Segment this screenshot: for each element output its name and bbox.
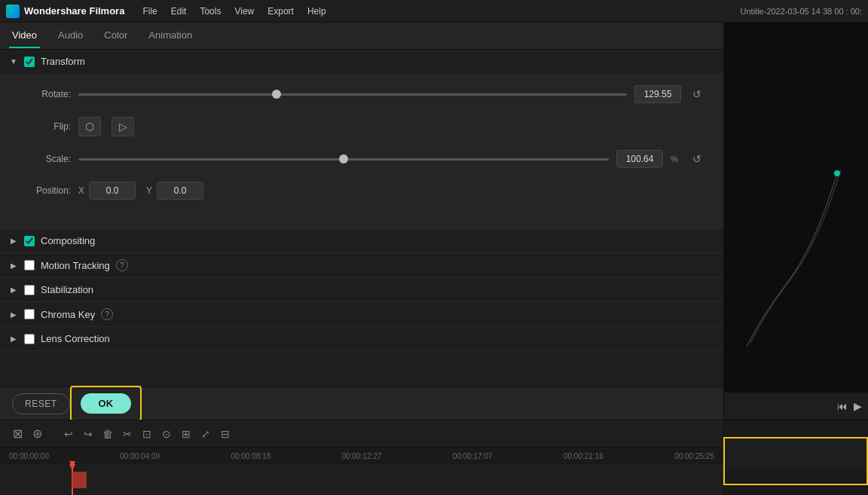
section-stabilization-header[interactable]: Stabilization [0, 278, 723, 301]
lens-correction-checkbox[interactable] [24, 334, 35, 344]
lens-correction-title: Lens Correction [41, 333, 110, 344]
window-title: Untitle-2022-03-05 14 38 00 : 00: [741, 7, 862, 16]
scale-reset[interactable]: ↺ [689, 151, 705, 167]
rotate-value[interactable] [634, 85, 681, 103]
properties-panel: Transform Rotate: ↺ Flip: [0, 50, 723, 387]
left-panel: Video Audio Color Animation Transform Ro… [0, 23, 723, 495]
section-motion-tracking-header[interactable]: Motion Tracking ? [0, 253, 723, 277]
chroma-key-chevron [9, 310, 18, 319]
compositing-chevron [9, 237, 18, 246]
prev-button[interactable]: ⏮ [837, 400, 848, 412]
x-label: X [78, 185, 84, 196]
ruler-marks: 00:00:00:00 00:00:04:09 00:00:08:18 00:0… [9, 452, 714, 460]
ruler-mark-0: 00:00:00:00 [9, 452, 49, 460]
transform-checkbox[interactable] [24, 57, 35, 67]
position-x[interactable] [89, 182, 136, 200]
right-track [724, 437, 868, 469]
right-ruler [724, 420, 868, 437]
menu-export[interactable]: Export [261, 4, 300, 19]
motion-tracking-chevron [9, 261, 18, 270]
tool-fullscreen[interactable]: ⤢ [197, 426, 214, 442]
menu-file[interactable]: File [136, 4, 163, 19]
compositing-checkbox[interactable] [24, 236, 35, 246]
app-name: Wondershare Filmora [24, 5, 124, 17]
ruler-mark-6: 00:00:25:25 [674, 452, 714, 460]
tool-audio-eq[interactable]: ⊟ [217, 426, 234, 442]
flip-vertical-btn[interactable]: ▷ [112, 117, 134, 136]
tool-cut[interactable]: ✂ [119, 426, 136, 442]
section-transform: Transform Rotate: ↺ Flip: [0, 50, 723, 229]
menu-help[interactable]: Help [301, 4, 332, 19]
tab-animation[interactable]: Animation [145, 23, 195, 48]
section-transform-header[interactable]: Transform [0, 50, 723, 73]
menu-view[interactable]: View [228, 4, 260, 19]
tab-video[interactable]: Video [9, 23, 40, 48]
preview-panel [724, 23, 868, 393]
tab-audio[interactable]: Audio [55, 23, 86, 48]
section-lens-correction-header[interactable]: Lens Correction [0, 327, 723, 350]
compositing-title: Compositing [41, 235, 95, 246]
rotate-reset[interactable]: ↺ [689, 86, 705, 102]
section-stabilization: Stabilization [0, 278, 723, 302]
tool-speed[interactable]: ⊙ [158, 426, 175, 442]
main-layout: Video Audio Color Animation Transform Ro… [0, 23, 868, 495]
rotate-label: Rotate: [18, 89, 71, 99]
stabilization-chevron [9, 286, 18, 295]
play-button[interactable]: ▶ [854, 400, 862, 412]
reset-button[interactable]: RESET [12, 393, 70, 414]
position-y[interactable] [157, 182, 203, 200]
preview-svg [724, 23, 868, 367]
scale-label: Scale: [18, 154, 71, 164]
chroma-key-checkbox[interactable] [24, 309, 35, 319]
motion-tracking-help-icon[interactable]: ? [116, 259, 128, 271]
section-compositing-header[interactable]: Compositing [0, 229, 723, 252]
flip-horizontal-btn[interactable]: ⬡ [78, 117, 101, 136]
scale-row: Scale: % ↺ [18, 150, 705, 168]
section-chroma-key-header[interactable]: Chroma Key ? [0, 302, 723, 326]
rotate-slider-container [78, 87, 627, 102]
ruler-mark-4: 00:00:17:07 [453, 452, 493, 460]
y-label: Y [146, 185, 152, 196]
tool-transform[interactable]: ⊞ [178, 426, 194, 442]
tab-color[interactable]: Color [101, 23, 130, 48]
stabilization-title: Stabilization [41, 284, 93, 295]
flip-label: Flip: [18, 121, 71, 132]
tab-bar: Video Audio Color Animation [0, 23, 723, 50]
motion-tracking-title: Motion Tracking [41, 260, 110, 271]
logo-icon [6, 5, 20, 18]
ruler-mark-5: 00:00:21:16 [564, 452, 604, 460]
ruler-mark-1: 00:00:04:09 [120, 452, 160, 460]
menu-edit[interactable]: Edit [165, 4, 193, 19]
ruler-mark-3: 00:00:12:27 [342, 452, 382, 460]
flip-row: Flip: ⬡ ▷ [18, 117, 705, 136]
tool-crop[interactable]: ⊡ [139, 426, 155, 442]
position-inputs: X Y [78, 182, 203, 200]
rotate-row: Rotate: ↺ [18, 85, 705, 103]
ok-button[interactable]: OK [81, 393, 132, 414]
scale-value[interactable] [616, 150, 663, 168]
position-row: Position: X Y [18, 182, 705, 200]
tool-delete[interactable]: 🗑 [99, 426, 116, 442]
tool-link[interactable]: ⊛ [29, 426, 45, 442]
track-segment [72, 472, 87, 488]
chroma-key-title: Chroma Key [41, 309, 95, 320]
section-lens-correction: Lens Correction [0, 327, 723, 351]
tool-redo[interactable]: ↪ [80, 426, 96, 442]
tool-undo[interactable]: ↩ [60, 426, 77, 442]
timeline-track[interactable] [0, 464, 723, 495]
rotate-slider[interactable] [78, 93, 627, 96]
timeline-area: ⊠ ⊛ ↩ ↪ 🗑 ✂ ⊡ ⊙ ⊞ ⤢ ⊟ 00:00:00: [0, 420, 723, 495]
ruler-mark-2: 00:00:08:18 [231, 452, 270, 460]
menu-tools[interactable]: Tools [194, 4, 227, 19]
chroma-key-help-icon[interactable]: ? [101, 308, 113, 320]
scale-slider[interactable] [78, 158, 609, 160]
motion-tracking-checkbox[interactable] [24, 260, 35, 270]
right-panel: ⏮ ▶ [723, 23, 868, 495]
tool-snap[interactable]: ⊠ [9, 426, 26, 442]
ok-area: OK [70, 386, 142, 421]
stabilization-checkbox[interactable] [24, 285, 35, 295]
right-timeline [724, 420, 868, 495]
section-motion-tracking: Motion Tracking ? [0, 253, 723, 278]
app-logo: Wondershare Filmora [6, 5, 124, 18]
menu-bar: File Edit Tools View Export Help [136, 4, 332, 19]
